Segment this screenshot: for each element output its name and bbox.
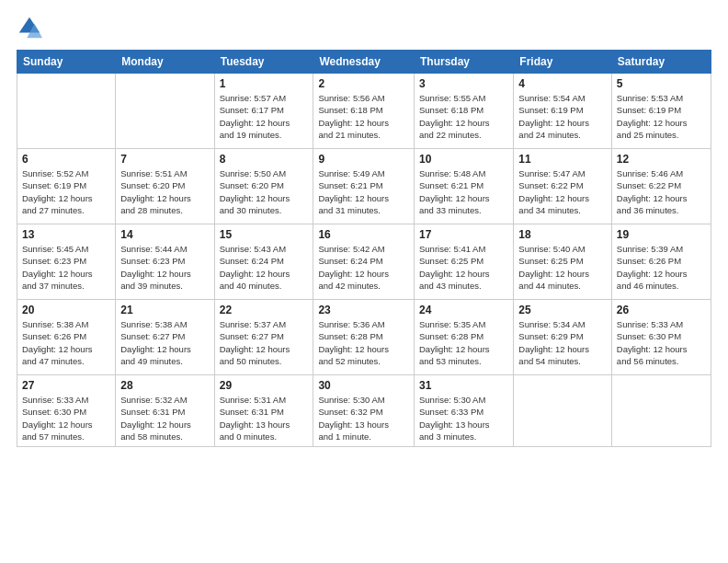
day-number: 5 [617,77,706,90]
calendar-cell: 18Sunrise: 5:40 AM Sunset: 6:25 PM Dayli… [514,224,612,300]
day-info: Sunrise: 5:34 AM Sunset: 6:29 PM Dayligh… [518,318,607,367]
weekday-header-saturday: Saturday [611,51,711,74]
day-info: Sunrise: 5:32 AM Sunset: 6:31 PM Dayligh… [120,394,209,442]
calendar-cell: 1Sunrise: 5:57 AM Sunset: 6:17 PM Daylig… [214,74,313,149]
day-info: Sunrise: 5:30 AM Sunset: 6:32 PM Dayligh… [318,394,409,442]
calendar-cell: 19Sunrise: 5:39 AM Sunset: 6:26 PM Dayli… [611,224,711,300]
day-number: 8 [220,153,309,166]
weekday-header-thursday: Thursday [415,51,514,74]
calendar-cell: 4Sunrise: 5:54 AM Sunset: 6:19 PM Daylig… [514,74,612,149]
day-number: 17 [419,228,508,241]
day-info: Sunrise: 5:42 AM Sunset: 6:24 PM Dayligh… [318,243,409,292]
weekday-header-monday: Monday [116,51,214,74]
day-info: Sunrise: 5:44 AM Sunset: 6:23 PM Dayligh… [120,243,209,292]
day-info: Sunrise: 5:36 AM Sunset: 6:28 PM Dayligh… [318,318,409,367]
calendar: SundayMondayTuesdayWednesdayThursdayFrid… [17,50,711,447]
calendar-cell: 31Sunrise: 5:30 AM Sunset: 6:33 PM Dayli… [415,375,514,447]
day-number: 23 [318,304,409,316]
day-number: 3 [419,77,508,90]
day-number: 16 [318,228,409,241]
day-number: 18 [518,228,607,241]
day-info: Sunrise: 5:33 AM Sunset: 6:30 PM Dayligh… [617,318,706,367]
calendar-cell: 25Sunrise: 5:34 AM Sunset: 6:29 PM Dayli… [514,300,612,375]
day-info: Sunrise: 5:38 AM Sunset: 6:27 PM Dayligh… [120,318,209,367]
day-number: 27 [22,379,110,392]
calendar-cell: 11Sunrise: 5:47 AM Sunset: 6:22 PM Dayli… [514,149,612,224]
day-number: 28 [120,379,209,392]
calendar-cell: 15Sunrise: 5:43 AM Sunset: 6:24 PM Dayli… [214,224,313,300]
calendar-cell: 20Sunrise: 5:38 AM Sunset: 6:26 PM Dayli… [17,300,116,375]
calendar-week-3: 13Sunrise: 5:45 AM Sunset: 6:23 PM Dayli… [17,224,711,300]
day-info: Sunrise: 5:55 AM Sunset: 6:18 PM Dayligh… [419,92,508,141]
calendar-cell: 23Sunrise: 5:36 AM Sunset: 6:28 PM Dayli… [313,300,415,375]
day-number: 10 [419,153,508,166]
day-info: Sunrise: 5:35 AM Sunset: 6:28 PM Dayligh… [419,318,508,367]
calendar-cell: 16Sunrise: 5:42 AM Sunset: 6:24 PM Dayli… [313,224,415,300]
calendar-cell: 26Sunrise: 5:33 AM Sunset: 6:30 PM Dayli… [611,300,711,375]
day-info: Sunrise: 5:51 AM Sunset: 6:20 PM Dayligh… [120,167,209,216]
day-info: Sunrise: 5:41 AM Sunset: 6:25 PM Dayligh… [419,243,508,292]
calendar-cell: 3Sunrise: 5:55 AM Sunset: 6:18 PM Daylig… [415,74,514,149]
calendar-week-5: 27Sunrise: 5:33 AM Sunset: 6:30 PM Dayli… [17,375,711,447]
calendar-cell [17,74,116,149]
day-number: 11 [518,153,607,166]
day-number: 31 [419,379,508,392]
day-number: 1 [220,77,309,90]
calendar-week-1: 1Sunrise: 5:57 AM Sunset: 6:17 PM Daylig… [17,74,711,149]
day-info: Sunrise: 5:47 AM Sunset: 6:22 PM Dayligh… [518,167,607,216]
page: SundayMondayTuesdayWednesdayThursdayFrid… [0,0,728,563]
weekday-header-wednesday: Wednesday [313,51,415,74]
weekday-header-sunday: Sunday [17,51,116,74]
calendar-cell: 6Sunrise: 5:52 AM Sunset: 6:19 PM Daylig… [17,149,116,224]
day-number: 29 [220,379,309,392]
calendar-cell [116,74,214,149]
day-number: 20 [22,304,110,316]
calendar-cell: 17Sunrise: 5:41 AM Sunset: 6:25 PM Dayli… [415,224,514,300]
calendar-cell: 5Sunrise: 5:53 AM Sunset: 6:19 PM Daylig… [611,74,711,149]
day-number: 14 [120,228,209,241]
calendar-cell: 29Sunrise: 5:31 AM Sunset: 6:31 PM Dayli… [214,375,313,447]
header [17,15,711,40]
day-info: Sunrise: 5:40 AM Sunset: 6:25 PM Dayligh… [518,243,607,292]
logo [17,15,46,40]
day-info: Sunrise: 5:52 AM Sunset: 6:19 PM Dayligh… [22,167,110,216]
calendar-cell: 14Sunrise: 5:44 AM Sunset: 6:23 PM Dayli… [116,224,214,300]
day-info: Sunrise: 5:33 AM Sunset: 6:30 PM Dayligh… [22,394,110,442]
day-number: 13 [22,228,110,241]
logo-icon [17,15,42,40]
day-info: Sunrise: 5:48 AM Sunset: 6:21 PM Dayligh… [419,167,508,216]
day-info: Sunrise: 5:31 AM Sunset: 6:31 PM Dayligh… [220,394,309,442]
calendar-week-2: 6Sunrise: 5:52 AM Sunset: 6:19 PM Daylig… [17,149,711,224]
day-number: 12 [617,153,706,166]
day-info: Sunrise: 5:43 AM Sunset: 6:24 PM Dayligh… [220,243,309,292]
day-number: 2 [318,77,409,90]
day-info: Sunrise: 5:30 AM Sunset: 6:33 PM Dayligh… [419,394,508,442]
calendar-cell: 12Sunrise: 5:46 AM Sunset: 6:22 PM Dayli… [611,149,711,224]
day-info: Sunrise: 5:38 AM Sunset: 6:26 PM Dayligh… [22,318,110,367]
calendar-cell: 27Sunrise: 5:33 AM Sunset: 6:30 PM Dayli… [17,375,116,447]
calendar-week-4: 20Sunrise: 5:38 AM Sunset: 6:26 PM Dayli… [17,300,711,375]
calendar-cell: 2Sunrise: 5:56 AM Sunset: 6:18 PM Daylig… [313,74,415,149]
calendar-cell: 28Sunrise: 5:32 AM Sunset: 6:31 PM Dayli… [116,375,214,447]
day-info: Sunrise: 5:45 AM Sunset: 6:23 PM Dayligh… [22,243,110,292]
day-info: Sunrise: 5:39 AM Sunset: 6:26 PM Dayligh… [617,243,706,292]
calendar-cell: 10Sunrise: 5:48 AM Sunset: 6:21 PM Dayli… [415,149,514,224]
calendar-cell: 21Sunrise: 5:38 AM Sunset: 6:27 PM Dayli… [116,300,214,375]
day-number: 30 [318,379,409,392]
calendar-cell [611,375,711,447]
day-number: 22 [220,304,309,316]
day-number: 21 [120,304,209,316]
weekday-header-friday: Friday [514,51,612,74]
calendar-cell: 9Sunrise: 5:49 AM Sunset: 6:21 PM Daylig… [313,149,415,224]
day-number: 19 [617,228,706,241]
day-info: Sunrise: 5:54 AM Sunset: 6:19 PM Dayligh… [518,92,607,141]
calendar-cell [514,375,612,447]
calendar-cell: 30Sunrise: 5:30 AM Sunset: 6:32 PM Dayli… [313,375,415,447]
day-info: Sunrise: 5:37 AM Sunset: 6:27 PM Dayligh… [220,318,309,367]
day-info: Sunrise: 5:50 AM Sunset: 6:20 PM Dayligh… [220,167,309,216]
day-info: Sunrise: 5:46 AM Sunset: 6:22 PM Dayligh… [617,167,706,216]
day-info: Sunrise: 5:57 AM Sunset: 6:17 PM Dayligh… [220,92,309,141]
day-number: 15 [220,228,309,241]
day-info: Sunrise: 5:56 AM Sunset: 6:18 PM Dayligh… [318,92,409,141]
day-number: 26 [617,304,706,316]
